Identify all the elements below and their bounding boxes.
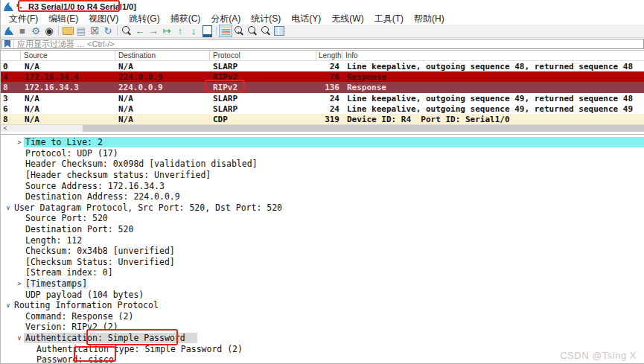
packet-row[interactable]: 6N/AN/ASLARP24Line keepalive, outgoing s… — [1, 103, 644, 114]
detail-row[interactable]: Command: Response (2) — [1, 311, 644, 322]
title-unsaved-prefix: *- — [16, 2, 22, 11]
packet-row[interactable]: 8N/AN/ACDP319Device ID: R4 Port ID: Seri… — [1, 114, 644, 124]
wireshark-logo-icon — [4, 2, 13, 11]
detail-row[interactable]: Authentication type: Simple Password (2) — [1, 343, 644, 354]
menu-item-8[interactable]: 无线(W) — [326, 13, 369, 25]
detail-row[interactable]: Checksum: 0x34b8 [unverified] — [1, 246, 644, 257]
cell-len: 24 — [316, 61, 342, 71]
menu-item-5[interactable]: 分析(A) — [205, 13, 246, 25]
detail-row[interactable]: Length: 112 — [1, 234, 644, 246]
detail-field-text: Source Port: 520 — [24, 213, 109, 223]
tree-expander-icon[interactable]: ∨ — [4, 204, 13, 211]
menu-item-1[interactable]: 编辑(E) — [43, 13, 83, 25]
cell-info: Line keepalive, outgoing sequence 48, re… — [342, 61, 644, 71]
detail-field-text: UDP payload (104 bytes) — [24, 290, 145, 300]
menu-item-6[interactable]: 统计(S) — [246, 13, 286, 25]
detail-row[interactable]: Header Checksum: 0x098d [validation disa… — [1, 159, 644, 170]
detail-row[interactable]: ∨Routing Information Protocol — [1, 300, 644, 311]
restart-capture-icon[interactable]: ◉ — [42, 25, 56, 37]
zoom-out-icon[interactable]: − — [246, 25, 259, 37]
detail-field-text: Authentication type: Simple Password (2) — [35, 344, 244, 354]
tree-expander-icon[interactable]: ∨ — [15, 334, 24, 342]
menu-item-10[interactable]: 帮助(H) — [409, 13, 450, 25]
detail-field-text: Protocol: UDP (17) — [24, 148, 120, 159]
previous-packet-icon[interactable]: ← — [133, 25, 147, 37]
titlebar: *- R3 Serial1/0 to R4 Serial1/0] — [1, 0, 644, 13]
detail-row[interactable]: Protocol: UDP (17) — [1, 148, 644, 159]
resize-columns-icon[interactable] — [272, 25, 286, 37]
auto-scroll-icon[interactable] — [200, 25, 214, 37]
detail-field-text: Checksum: 0x34b8 [unverified] — [24, 246, 176, 256]
next-packet-icon[interactable]: → — [147, 25, 160, 37]
stop-capture-icon[interactable]: ■ — [16, 25, 29, 37]
hscroll-thumb[interactable] — [83, 125, 644, 132]
column-header-length[interactable]: Length — [316, 51, 342, 60]
zoom-in-icon[interactable]: + — [232, 25, 246, 37]
menu-item-4[interactable]: 捕获(C) — [165, 13, 206, 25]
column-header-info[interactable]: Info — [342, 51, 644, 60]
column-header-no[interactable] — [1, 51, 21, 60]
toolbar-separator — [216, 26, 217, 36]
menu-item-3[interactable]: 跳转(G) — [124, 13, 165, 25]
display-filter-bar[interactable]: 应用显示过滤器 … <Ctrl-/> — [1, 39, 644, 49]
menu-item-9[interactable]: 工具(T) — [369, 13, 409, 25]
detail-row[interactable]: >Time to Live: 2 — [1, 137, 644, 148]
detail-row[interactable]: ∨User Datagram Protocol, Src Port: 520, … — [1, 202, 644, 214]
cell-dst: N/A — [115, 103, 210, 114]
detail-row[interactable]: Source Port: 520 — [1, 213, 644, 224]
cell-info: Response — [342, 82, 644, 92]
detail-row[interactable]: [Header checksum status: Unverified] — [1, 170, 644, 181]
detail-row[interactable]: >[Timestamps] — [1, 278, 644, 290]
filter-bookmark-icon[interactable] — [4, 40, 10, 48]
detail-field-text: User Datagram Protocol, Src Port: 520, D… — [13, 202, 284, 213]
last-packet-icon[interactable]: ↓ — [187, 25, 200, 37]
colorize-icon[interactable] — [219, 25, 232, 37]
toolbar-separator — [58, 26, 59, 36]
hscroll-track[interactable] — [10, 125, 83, 132]
tree-expander-icon[interactable]: > — [15, 138, 24, 146]
packet-row[interactable]: 3N/AN/ASLARP24Line keepalive, outgoing s… — [1, 93, 644, 103]
detail-row[interactable]: [Stream index: 0] — [1, 267, 644, 278]
detail-field-text: Destination Address: 224.0.0.9 — [24, 191, 182, 202]
zoom-reset-icon[interactable] — [259, 25, 272, 37]
cell-src: 172.16.34.4 — [21, 71, 115, 82]
packet-row[interactable]: 4172.16.34.4224.0.0.9RIPv276Response — [1, 71, 644, 82]
hscroll-left-arrow[interactable]: < — [1, 125, 10, 132]
detail-field-text: Length: 112 — [24, 235, 83, 246]
close-file-icon[interactable]: ☒ — [88, 25, 101, 37]
open-file-icon[interactable] — [61, 25, 74, 37]
column-header-protocol[interactable]: Protocol — [210, 51, 316, 60]
menu-item-2[interactable]: 视图(V) — [83, 13, 124, 25]
menu-item-7[interactable]: 电话(Y) — [286, 13, 326, 25]
start-capture-icon[interactable] — [2, 25, 16, 37]
detail-row[interactable]: Destination Address: 224.0.0.9 — [1, 191, 644, 202]
capture-options-icon[interactable]: ⚙ — [29, 25, 42, 37]
column-header-destination[interactable]: Destination — [115, 51, 210, 60]
reload-icon[interactable]: ↻ — [101, 25, 115, 37]
column-header-source[interactable]: Source — [21, 51, 115, 60]
detail-row[interactable]: [Checksum Status: Unverified] — [1, 257, 644, 268]
cell-no: 8 — [1, 82, 21, 92]
save-file-icon[interactable]: ▤ — [74, 25, 88, 37]
cell-proto: SLARP — [210, 61, 316, 71]
detail-row[interactable]: ∨Authentication: Simple Password — [1, 333, 644, 344]
packet-list-hscrollbar[interactable]: < — [1, 124, 644, 132]
packet-row[interactable]: 8172.16.34.3224.0.0.9RIPv2136Response — [1, 82, 644, 92]
find-packet-icon[interactable] — [120, 25, 133, 37]
detail-row[interactable]: Password: cisco — [1, 354, 644, 364]
cell-src: N/A — [21, 93, 115, 103]
go-to-packet-icon[interactable]: ↦ — [160, 25, 173, 37]
detail-row[interactable]: Source Address: 172.16.34.3 — [1, 180, 644, 191]
detail-row[interactable]: Version: RIPv2 (2) — [1, 322, 644, 333]
menu-item-0[interactable]: 文件(F) — [4, 13, 43, 25]
packet-row[interactable]: 0N/AN/ASLARP24Line keepalive, outgoing s… — [1, 61, 644, 71]
detail-field-text: Version: RIPv2 (2) — [24, 322, 120, 332]
cell-len: 76 — [316, 71, 342, 82]
display-filter-input[interactable]: 应用显示过滤器 … <Ctrl-/> — [17, 39, 115, 50]
packet-list-header: Source Destination Protocol Length Info — [1, 51, 644, 61]
tree-expander-icon[interactable]: > — [15, 280, 24, 287]
detail-row[interactable]: Destination Port: 520 — [1, 224, 644, 235]
tree-expander-icon[interactable]: ∨ — [4, 301, 13, 309]
detail-row[interactable]: UDP payload (104 bytes) — [1, 289, 644, 300]
first-packet-icon[interactable]: ↑ — [173, 25, 187, 37]
